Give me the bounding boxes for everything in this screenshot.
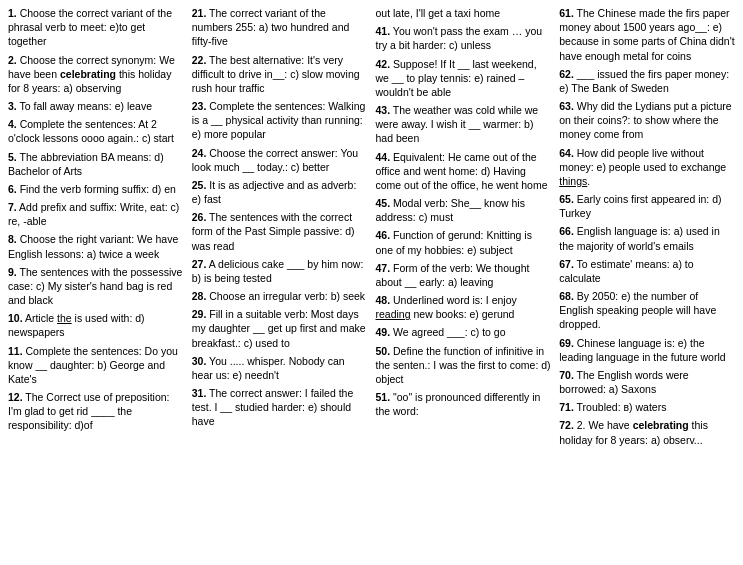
item-text: The correct answer: I failed the test. I… [192,387,354,427]
list-item: 51. "oo" is pronounced differently in th… [376,390,552,418]
list-item: 70. The English words were borrowed: a) … [559,368,735,396]
item-text: Article the is used with: d) newspapers [8,312,145,338]
item-text: "oo" is pronounced differently in the wo… [376,391,541,417]
item-number: 69. [559,337,574,349]
item-text: The Correct use of preposition: I'm glad… [8,391,170,431]
item-text: Fill in a suitable verb: Most days my da… [192,308,366,348]
item-text: How did people live without money: e) pe… [559,147,726,187]
item-text: Find the verb forming suffix: d) en [20,183,176,195]
item-text: Early coins first appeared in: d) Turkey [559,193,721,219]
list-item: 3. To fall away means: e) leave [8,99,184,113]
list-item: 28. Choose an irregular verb: b) seek [192,289,368,303]
item-number: 29. [192,308,207,320]
list-item: 71. Troubled: в) waters [559,400,735,414]
item-text: ___ issued the firs paper money: e) The … [559,68,729,94]
list-item: 44. Equivalent: He came out of the offic… [376,150,552,193]
item-text: Add prefix and suffix: Write, eat: c) re… [8,201,179,227]
item-text: Equivalent: He came out of the office an… [376,151,548,191]
item-number: 28. [192,290,207,302]
item-text: out late, I'll get a taxi home [376,7,501,19]
item-text: Choose an irregular verb: b) seek [209,290,365,302]
list-item: 12. The Correct use of preposition: I'm … [8,390,184,433]
list-item: 69. Chinese language is: e) the leading … [559,336,735,364]
item-text: Underlined word is: I enjoy reading new … [376,294,517,320]
item-number: 24. [192,147,207,159]
item-text: The best alternative: It's very difficul… [192,54,360,94]
list-item: 41. You won't pass the exam … you try a … [376,24,552,52]
item-number: 22. [192,54,207,66]
item-number: 70. [559,369,574,381]
list-item: 65. Early coins first appeared in: d) Tu… [559,192,735,220]
list-item: 7. Add prefix and suffix: Write, eat: c)… [8,200,184,228]
item-number: 48. [376,294,391,306]
item-text: The correct variant of the numbers 255: … [192,7,350,47]
item-text: The English words were borrowed: a) Saxo… [559,369,688,395]
list-item: 66. English language is: a) used in the … [559,224,735,252]
column-4: 61. The Chinese made the firs paper mone… [555,6,739,451]
column-3: out late, I'll get a taxi home41. You wo… [372,6,556,451]
item-number: 47. [376,262,391,274]
list-item: 26. The sentences with the correct form … [192,210,368,253]
list-item: 68. By 2050: e) the number of English sp… [559,289,735,332]
item-number: 5. [8,151,17,163]
list-item: 31. The correct answer: I failed the tes… [192,386,368,429]
list-item: 11. Complete the sentences: Do you know … [8,344,184,387]
item-number: 3. [8,100,17,112]
item-number: 1. [8,7,17,19]
item-text: Complete the sentences: At 2 o'clock les… [8,118,174,144]
list-item: 27. A delicious cake ___ by him now: b) … [192,257,368,285]
item-number: 50. [376,345,391,357]
list-item: out late, I'll get a taxi home [376,6,552,20]
item-number: 11. [8,345,23,357]
item-text: Define the function of infinitive in the… [376,345,551,385]
item-number: 12. [8,391,23,403]
item-number: 65. [559,193,574,205]
page-container: 1. Choose the correct variant of the phr… [0,0,743,457]
item-number: 66. [559,225,574,237]
list-item: 8. Choose the right variant: We have Eng… [8,232,184,260]
item-number: 7. [8,201,17,213]
item-text: Modal verb: She__ know his address: c) m… [376,197,525,223]
item-text: You won't pass the exam … you try a bit … [376,25,543,51]
item-text: Chinese language is: e) the leading lang… [559,337,725,363]
list-item: 25. It is as adjective and as adverb: e)… [192,178,368,206]
item-number: 27. [192,258,207,270]
item-number: 49. [376,326,391,338]
list-item: 1. Choose the correct variant of the phr… [8,6,184,49]
list-item: 47. Form of the verb: We thought about _… [376,261,552,289]
item-text: Choose the correct answer: You look much… [192,147,358,173]
item-text: We agreed ___: c) to go [393,326,505,338]
item-number: 62. [559,68,574,80]
item-number: 45. [376,197,391,209]
item-number: 4. [8,118,17,130]
item-text: Troubled: в) waters [577,401,667,413]
item-text: The weather was cold while we were away.… [376,104,539,144]
list-item: 43. The weather was cold while we were a… [376,103,552,146]
list-item: 6. Find the verb forming suffix: d) en [8,182,184,196]
item-number: 51. [376,391,391,403]
list-item: 24. Choose the correct answer: You look … [192,146,368,174]
list-item: 48. Underlined word is: I enjoy reading … [376,293,552,321]
list-item: 46. Function of gerund: Knitting is one … [376,228,552,256]
list-item: 50. Define the function of infinitive in… [376,344,552,387]
item-number: 26. [192,211,207,223]
item-number: 10. [8,312,23,324]
item-text: Function of gerund: Knitting is one of m… [376,229,532,255]
item-number: 67. [559,258,574,270]
item-text: Complete the sentences: Do you know __ d… [8,345,178,385]
list-item: 10. Article the is used with: d) newspap… [8,311,184,339]
item-number: 8. [8,233,17,245]
item-text: Choose the right variant: We have Englis… [8,233,178,259]
item-number: 44. [376,151,391,163]
list-item: 61. The Chinese made the firs paper mone… [559,6,735,63]
list-item: 64. How did people live without money: e… [559,146,735,189]
item-number: 21. [192,7,207,19]
list-item: 49. We agreed ___: c) to go [376,325,552,339]
item-text: English language is: a) used in the majo… [559,225,720,251]
list-item: 62. ___ issued the firs paper money: e) … [559,67,735,95]
item-text: Choose the correct synonym: We have been… [8,54,175,94]
item-number: 64. [559,147,574,159]
item-number: 2. [8,54,17,66]
list-item: 2. Choose the correct synonym: We have b… [8,53,184,96]
item-number: 9. [8,266,17,278]
